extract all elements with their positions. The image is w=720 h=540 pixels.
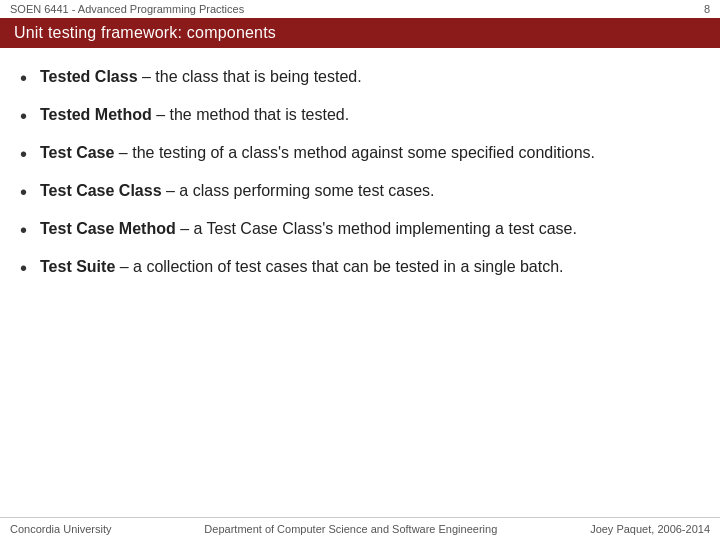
footer: Concordia University Department of Compu… [0,517,720,540]
bullet-text: Tested Method – the method that is teste… [40,104,700,126]
bullet-text: Tested Class – the class that is being t… [40,66,700,88]
list-item: • Test Case Method – a Test Case Class's… [20,218,700,242]
term-label: Tested Class [40,68,138,85]
bullet-dot: • [20,66,38,90]
term-rest: – the testing of a class's method agains… [114,144,595,161]
footer-right: Joey Paquet, 2006-2014 [590,523,710,535]
bullet-dot: • [20,218,38,242]
term-rest: – the method that is tested. [152,106,349,123]
list-item: • Test Suite – a collection of test case… [20,256,700,280]
footer-left: Concordia University [10,523,111,535]
bullet-dot: • [20,180,38,204]
slide-title: Unit testing framework: components [0,18,720,48]
header-bar: SOEN 6441 - Advanced Programming Practic… [0,0,720,18]
header-title: SOEN 6441 - Advanced Programming Practic… [10,3,244,15]
term-label: Test Case Method [40,220,176,237]
term-label: Test Case [40,144,114,161]
list-item: • Test Case Class – a class performing s… [20,180,700,204]
content-area: • Tested Class – the class that is being… [0,48,720,304]
bullet-text: Test Case Class – a class performing som… [40,180,700,202]
list-item: • Tested Class – the class that is being… [20,66,700,90]
term-rest: – a Test Case Class's method implementin… [176,220,577,237]
bullet-text: Test Case – the testing of a class's met… [40,142,700,164]
slide-number: 8 [704,3,710,15]
term-rest: – a class performing some test cases. [162,182,435,199]
bullet-dot: • [20,256,38,280]
bullet-text: Test Suite – a collection of test cases … [40,256,700,278]
term-rest: – the class that is being tested. [138,68,362,85]
bullet-dot: • [20,142,38,166]
list-item: • Test Case – the testing of a class's m… [20,142,700,166]
term-rest: – a collection of test cases that can be… [115,258,563,275]
bullet-text: Test Case Method – a Test Case Class's m… [40,218,700,240]
footer-center: Department of Computer Science and Softw… [204,523,497,535]
term-label: Test Suite [40,258,115,275]
bullet-dot: • [20,104,38,128]
term-label: Test Case Class [40,182,162,199]
list-item: • Tested Method – the method that is tes… [20,104,700,128]
term-label: Tested Method [40,106,152,123]
